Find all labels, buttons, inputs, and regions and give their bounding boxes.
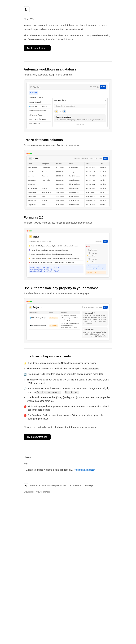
translation-panels: 🇯🇵 Summary (JP) このドキュメントは、2023年に進行中のウェブサ… [82, 311, 108, 338]
trigger-icon: ⚡ [54, 110, 58, 114]
proj-col-name: Project name [29, 311, 48, 314]
projects-toolbar-right: All Active Overview Filter Sort New [81, 306, 108, 308]
crm-cell: 716-647-2784 [84, 174, 99, 178]
svg-text:N: N [25, 8, 27, 12]
crm-cell: Summer Ellis [27, 198, 41, 202]
crm-title: CRM [33, 157, 38, 160]
list-item-4: New feature release [29, 109, 51, 113]
translation-box-jp: 🇯🇵 Summary (JP) このドキュメントは、2023年5月22日までに完… [82, 327, 108, 338]
translation-box-en: 🇯🇵 Summary (JP) このドキュメントは、2023年に進行中のウェブサ… [82, 311, 108, 326]
ideas-list-item-5: 🎯 Interview CFO of Naturally to see if t… [29, 260, 83, 264]
crm-cell: 413-228-2646 [84, 170, 99, 174]
cta-button-top[interactable]: Try the new features [24, 45, 51, 51]
crm-cell: Reach AI [41, 174, 55, 178]
ideas-list-item-2: 🔮 Research how Compliance is set up, pro… [29, 248, 83, 252]
proj-status-2: In Progress [48, 322, 60, 329]
crm-cell: $29,000.00 [55, 178, 68, 182]
section-heading-fixes: Little fixes = big improvements [24, 354, 112, 359]
automation-rule-desc: When Status set to Designing. Set Assign… [56, 119, 104, 121]
status-dot [29, 115, 30, 116]
assignee-1: ☺ Stephanie Lio [86, 249, 106, 251]
automation-mock-ui: Timeline Filter Sort + New in review Upd… [26, 82, 110, 129]
ideas-list-item-1: 🌟 Assign all of Tabbycox to Acme – by th… [29, 244, 83, 248]
crm-cell: larry@kimtech... [68, 174, 84, 178]
bullet-item-3: 🔄 Evernote & Trello importers have been … [24, 372, 112, 377]
minimize-dot [28, 153, 30, 154]
assignee-3: ⚡ Amy Chen [86, 255, 106, 257]
automation-search-placeholder: Search for an automation... [54, 104, 106, 108]
ideas-title: Ideas [33, 235, 39, 238]
proj-name-1: 🌐 Website Redesign Project [29, 314, 48, 322]
body-paragraph-2: This release also includes a bunch of im… [24, 34, 112, 42]
email-container: N Hi Olivier, You can now automate workf… [20, 0, 116, 503]
crm-cell: $20,000.00 [55, 174, 68, 178]
crm-cell: kil@stripe.co... [68, 186, 84, 190]
crm-cell: $17,000.00 [55, 186, 68, 190]
crm-cell: summer-ellis@... [68, 198, 84, 202]
crm-cell [41, 182, 55, 186]
proj-name-2: 📱 iOS app review campaign [29, 322, 48, 329]
bullet-icon-2: ✦ [24, 367, 26, 371]
window-traffic-lights [26, 153, 110, 154]
projects-icon: ✨ [29, 306, 32, 309]
cta-button-bottom[interactable]: Try the new features [24, 434, 51, 440]
ideas-right-panel: High ☺ Stephanie Lio ☺ Alice Imanishi ⚡ … [85, 244, 108, 275]
section-subtext-translate: Translate database content into your tea… [24, 292, 112, 295]
bullet-icon-6: ✦ [24, 396, 26, 400]
col-date: Date [99, 162, 109, 166]
crm-cell: mitch@roller... [68, 170, 84, 174]
divider-2 [24, 348, 112, 348]
crm-cell: Mitch Colin [27, 170, 41, 174]
translation-text-2: このドキュメントは、2023年5月22日までに完了する予定のiOSアプリレビュー… [83, 331, 106, 337]
bullet-icon-4: ✦ [24, 378, 26, 382]
crm-cell: Frontier Tech [41, 190, 55, 194]
close-dot-3 [26, 301, 28, 302]
section-heading-freeze: Freeze database columns [24, 137, 112, 142]
projects-content: Project name Status Summary 🌐 Website Re… [29, 311, 108, 338]
crm-header: 🏢 CRM By entity magic priority 5 rem Fil… [27, 156, 110, 162]
crm-new-btn: New [103, 157, 108, 160]
crm-cell: 415-203-4837 [84, 166, 99, 170]
crm-table-header-row: Name Company Revenue Email Phone Date [27, 162, 110, 166]
ideas-content: 🌟 Assign all of Tabbycox to Acme – by th… [29, 244, 108, 275]
ps-link[interactable]: It's gotten a lot faster → [74, 468, 97, 471]
crm-icon: 🏢 [29, 157, 32, 160]
crm-cell: $125,000.00 [55, 182, 68, 186]
close-dot [26, 153, 28, 154]
close-dot-2 [26, 230, 28, 232]
svg-text:N: N [25, 484, 26, 488]
proj-col-summary: Summary [60, 311, 80, 314]
crm-cell: March 4 [99, 178, 109, 182]
crm-cell: marymorris@h... [68, 202, 84, 206]
crm-cell: $18,000.00 [55, 170, 68, 174]
translation-text-1: このドキュメントは、2023年に進行中のウェブサイトリデザインプロジェクトについ… [83, 315, 106, 324]
assignee-2: ☺ Alice Imanishi [86, 252, 106, 254]
filter-label: Filter [89, 86, 92, 88]
projects-new-btn: New [103, 306, 107, 308]
section-subtext-freeze: Freeze columns while you scroll. Availab… [24, 144, 112, 147]
my-settings-link-inline: My settings [65, 391, 79, 394]
crm-cell: Bill Manary [27, 182, 41, 186]
footer-tagline: Notion – the connected workspace for you… [30, 484, 93, 487]
closing-text: Click on the button below to start a gui… [24, 425, 112, 429]
section-heading-formulas: Formulas 2.0 [24, 215, 112, 220]
crm-cell: Future Labs [41, 178, 55, 182]
crm-cell: March 25 [99, 182, 109, 186]
unsubscribe-link[interactable]: Unsubscribe [24, 490, 35, 494]
crm-cell: Carrie Duke [27, 178, 41, 182]
section-subtext-automate: Automatically set status, assign a task,… [24, 73, 112, 76]
ideas-list-item-4: 📝 Draft a proposal helping $10 per cent … [29, 256, 83, 260]
bullet-icon-7: 🔴 [24, 405, 26, 408]
expand-dot-2 [30, 230, 32, 232]
bullet-icon-8: 🔴 [24, 414, 26, 417]
close-icon: ✕ [105, 100, 106, 102]
list-item-3: Engineer onboarding [29, 104, 51, 109]
projects-title: Projects [33, 306, 42, 309]
timeline-bar: Timeline Filter Sort + New [29, 84, 108, 90]
bullet-icon-5: 🕐 [24, 387, 26, 390]
bullet-icon-3: 🔄 [24, 372, 26, 376]
automation-trigger-row: ⚡ → 👤 [54, 110, 106, 114]
view-in-browser-link[interactable]: View in browser [36, 490, 50, 494]
crm-cell: Time [41, 194, 55, 198]
formulas-feature-image: 💡 Ideas All tasks · Sorted by Priority ·… [24, 228, 112, 280]
